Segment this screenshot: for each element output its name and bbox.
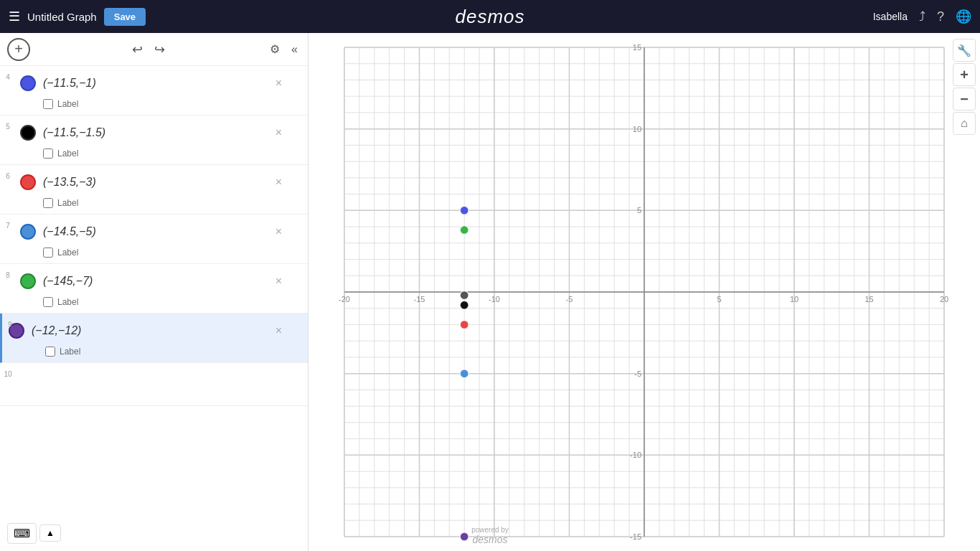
brand-logo: desmos: [455, 6, 524, 28]
sidebar-bottom-bar: ⌨ ▲ powered by desmos: [0, 515, 308, 551]
expr-number-7: 7: [3, 222, 13, 230]
expression-list: 4 (−11.5,−1) × Label 5 (−11.5,−1.5) ×: [0, 66, 308, 551]
expr-formula-4[interactable]: (−11.5,−1): [43, 77, 271, 90]
keyboard-button[interactable]: ⌨: [7, 523, 37, 544]
menu-icon[interactable]: ☰: [9, 9, 20, 24]
expr-number-10: 10: [3, 370, 13, 378]
settings-button[interactable]: ⚙: [267, 39, 283, 59]
expr-color-dot-4[interactable]: [20, 75, 36, 91]
wrench-button[interactable]: 🔧: [953, 39, 976, 62]
expr-main-row-5: (−11.5,−1.5) ×: [0, 116, 308, 147]
expr-delete-6[interactable]: ×: [271, 174, 286, 190]
expr-main-row-6: (−13.5,−3) ×: [0, 165, 308, 197]
label-text-7: Label: [57, 248, 78, 258]
globe-icon[interactable]: 🌐: [956, 9, 971, 24]
expr-label-row-4: Label: [0, 98, 308, 115]
expr-formula-9[interactable]: (−12,−12): [32, 324, 271, 337]
expr-delete-7[interactable]: ×: [271, 224, 286, 240]
expr-number-6: 6: [3, 172, 13, 180]
undo-button[interactable]: ↩: [129, 39, 146, 60]
expr-label-row-9: Label: [2, 345, 308, 362]
collapse-button[interactable]: «: [288, 40, 301, 59]
expr-delete-5[interactable]: ×: [271, 125, 286, 141]
label-text-4: Label: [57, 99, 78, 109]
expr-number-8: 8: [3, 271, 13, 279]
expr-delete-8[interactable]: ×: [271, 273, 286, 289]
label-checkbox-9[interactable]: [45, 347, 55, 357]
graph-tools: 🔧 + − ⌂: [948, 33, 980, 141]
expr-main-row-7: (−14.5,−5) ×: [0, 215, 308, 246]
expression-item-9: 9 (−12,−12) × Label: [0, 314, 308, 363]
expr-formula-7[interactable]: (−14.5,−5): [43, 225, 271, 238]
topbar-left: ☰ Untitled Graph Save: [9, 8, 146, 26]
expr-label-row-7: Label: [0, 246, 308, 263]
expression-item-10: 10: [0, 363, 308, 406]
save-button[interactable]: Save: [104, 8, 146, 26]
home-button[interactable]: ⌂: [953, 112, 976, 135]
expr-label-row-5: Label: [0, 147, 308, 164]
expr-label-row-6: Label: [0, 197, 308, 214]
label-checkbox-7[interactable]: [43, 248, 53, 258]
redo-button[interactable]: ↪: [151, 39, 168, 60]
expr-formula-6[interactable]: (−13.5,−3): [43, 176, 271, 189]
keyboard-icon: ⌨: [14, 527, 30, 540]
expr-main-row-9: (−12,−12) ×: [2, 314, 308, 345]
expr-main-row-4: (−11.5,−1) ×: [0, 66, 308, 98]
expr-number-5: 5: [3, 123, 13, 131]
sidebar: + ↩ ↪ ⚙ « 4 (−11.5,−1) × Label: [0, 33, 308, 551]
expr-label-row-8: Label: [0, 296, 308, 313]
expr-color-dot-8[interactable]: [20, 273, 36, 289]
zoom-out-button[interactable]: −: [953, 88, 976, 110]
expr-delete-9[interactable]: ×: [271, 323, 286, 339]
topbar: ☰ Untitled Graph Save desmos Isabella ⤴ …: [0, 0, 980, 33]
expr-main-row-8: (−145,−7) ×: [0, 264, 308, 296]
expression-item-4: 4 (−11.5,−1) × Label: [0, 66, 308, 116]
expr-color-dot-6[interactable]: [20, 174, 36, 190]
label-text-8: Label: [57, 297, 78, 307]
expand-button[interactable]: ▲: [39, 524, 61, 542]
help-icon[interactable]: ?: [937, 9, 944, 24]
label-text-5: Label: [57, 149, 78, 159]
expression-item-8: 8 (−145,−7) × Label: [0, 264, 308, 314]
expr-color-dot-5[interactable]: [20, 125, 36, 141]
expression-item-5: 5 (−11.5,−1.5) × Label: [0, 116, 308, 165]
zoom-in-button[interactable]: +: [953, 63, 976, 86]
expr-delete-4[interactable]: ×: [271, 75, 286, 91]
add-expression-button[interactable]: +: [7, 38, 30, 61]
expression-item-7: 7 (−14.5,−5) × Label: [0, 215, 308, 264]
label-text-6: Label: [57, 198, 78, 208]
expr-number-9: 9: [5, 321, 15, 329]
graph-canvas[interactable]: [308, 33, 980, 551]
expr-number-4: 4: [3, 73, 13, 81]
label-checkbox-6[interactable]: [43, 198, 53, 208]
topbar-right: Isabella ⤴ ? 🌐: [873, 9, 971, 24]
expr-formula-5[interactable]: (−11.5,−1.5): [43, 126, 271, 139]
label-checkbox-8[interactable]: [43, 297, 53, 307]
graph-title[interactable]: Untitled Graph: [27, 11, 97, 23]
label-text-9: Label: [60, 347, 80, 357]
label-checkbox-5[interactable]: [43, 149, 53, 159]
expr-color-dot-7[interactable]: [20, 224, 36, 240]
share-icon[interactable]: ⤴: [919, 9, 925, 24]
expr-formula-8[interactable]: (−145,−7): [43, 275, 271, 288]
label-checkbox-4[interactable]: [43, 99, 53, 109]
user-menu[interactable]: Isabella: [873, 11, 908, 22]
sidebar-toolbar: + ↩ ↪ ⚙ «: [0, 33, 308, 66]
expression-item-6: 6 (−13.5,−3) × Label: [0, 165, 308, 215]
main-layout: + ↩ ↪ ⚙ « 4 (−11.5,−1) × Label: [0, 33, 980, 551]
graph-area[interactable]: 🔧 + − ⌂: [308, 33, 980, 551]
